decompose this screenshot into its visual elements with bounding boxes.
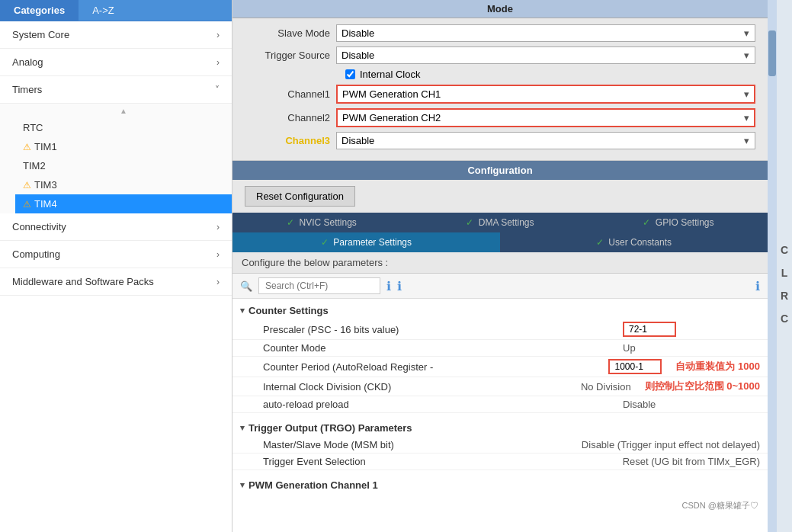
param-row-msm: Master/Slave Mode (MSM bit) Disable (Tri… [232, 437, 768, 453]
sidebar-item-timers[interactable]: Timers ˅ [0, 76, 232, 104]
watermark: CSDN @糖果罐子♡ [232, 497, 768, 514]
check-icon-nvic: ✓ [287, 217, 294, 228]
warning-icon-tim4: ⚠ [23, 199, 31, 210]
chevron-right-icon: › [216, 222, 220, 232]
mode-section: Slave Mode Disable Trigger Source Disabl… [232, 18, 768, 161]
tab-gpio-settings[interactable]: ✓ GPIO Settings [589, 213, 768, 232]
pwm-ch1-group: ▾ PWM Generation Channel 1 [232, 473, 768, 497]
channel3-label: Channel3 [245, 135, 336, 146]
sidebar-item-tim1[interactable]: ⚠ TIM1 [15, 137, 232, 156]
scrollbar[interactable] [768, 0, 777, 532]
chevron-down-icon: ▾ [240, 423, 245, 433]
trigger-source-select[interactable]: Disable [336, 46, 755, 64]
param-ckd-value: No Division 则控制占空比范围 0~1000 [581, 380, 760, 393]
check-icon-user: ✓ [596, 237, 604, 248]
sidebar-item-analog[interactable]: Analog › [0, 49, 232, 76]
info-icon-2: ℹ [397, 279, 402, 293]
param-row-counter-period: Counter Period (AutoReload Register - 自动… [232, 357, 768, 377]
sidebar-rtc-label: RTC [23, 122, 43, 133]
sidebar-item-rtc[interactable]: RTC [15, 118, 232, 137]
trigger-source-select-wrapper: Disable [336, 46, 755, 64]
trgo-header[interactable]: ▾ Trigger Output (TRGO) Parameters [232, 419, 768, 437]
channel2-select[interactable]: PWM Generation CH2 [336, 108, 755, 127]
channel1-row: Channel1 PWM Generation CH1 [245, 85, 755, 104]
scroll-up-arrow[interactable]: ▲ [15, 104, 232, 118]
tab-dma-settings[interactable]: ✓ DMA Settings [411, 213, 589, 232]
internal-clock-label: Internal Clock [360, 69, 420, 80]
chevron-right-icon: › [216, 30, 220, 40]
chevron-down-icon: ▾ [240, 306, 245, 316]
timers-submenu: ▲ RTC ⚠ TIM1 TIM2 ⚠ TIM3 ⚠ TIM4 [0, 104, 232, 213]
param-counter-period-name: Counter Period (AutoReload Register - [263, 361, 608, 373]
tab-parameter-settings[interactable]: ✓ Parameter Settings [232, 232, 500, 252]
sidebar-item-connectivity[interactable]: Connectivity › [0, 213, 232, 241]
sidebar-item-tim4[interactable]: ⚠ TIM4 [15, 194, 232, 213]
param-tes-value: Reset (UG bit from TIMx_EGR) [623, 456, 760, 467]
channel2-label: Channel2 [245, 112, 336, 123]
channel3-select[interactable]: Disable [336, 132, 755, 149]
sidebar-category-label: Computing [12, 248, 60, 260]
internal-clock-checkbox[interactable] [345, 69, 355, 79]
counter-period-input[interactable] [608, 359, 662, 374]
config-header: Configuration [232, 161, 768, 180]
sidebar-item-middleware[interactable]: Middleware and Software Packs › [0, 268, 232, 296]
prescaler-input[interactable] [623, 322, 676, 337]
config-tabs-row2: ✓ Parameter Settings ✓ User Constants [232, 232, 768, 252]
right-label-l: L [781, 267, 788, 279]
reset-btn-row: Reset Configuration [232, 180, 768, 213]
counter-period-annotation: 自动重装值为 1000 [675, 360, 760, 373]
slave-mode-select[interactable]: Disable [336, 24, 755, 42]
sidebar-item-tim3[interactable]: ⚠ TIM3 [15, 175, 232, 194]
right-label-r: R [781, 290, 788, 302]
sidebar-category-label: System Core [12, 29, 69, 40]
slave-mode-label: Slave Mode [245, 27, 336, 39]
check-icon-param: ✓ [321, 237, 329, 248]
sidebar-category-label: Middleware and Software Packs [12, 276, 154, 287]
search-input[interactable] [258, 277, 380, 294]
chevron-right-icon: › [216, 57, 220, 68]
channel1-select[interactable]: PWM Generation CH1 [336, 85, 755, 104]
right-label-c2: C [781, 312, 788, 325]
tab-nvic-settings[interactable]: ✓ NVIC Settings [232, 213, 411, 232]
param-row-ckd: Internal Clock Division (CKD) No Divisio… [232, 377, 768, 396]
channel2-row: Channel2 PWM Generation CH2 [245, 108, 755, 127]
params-section: Configure the below parameters : 🔍 ℹ ℹ ℹ… [232, 252, 768, 532]
sidebar: Categories A->Z System Core › Analog › T… [0, 0, 232, 532]
channel3-row: Channel3 Disable [245, 132, 755, 149]
param-row-tes: Trigger Event Selection Reset (UG bit fr… [232, 453, 768, 470]
counter-settings-header[interactable]: ▾ Counter Settings [232, 302, 768, 319]
right-label-c: C [781, 244, 788, 256]
param-tes-name: Trigger Event Selection [263, 456, 623, 467]
param-prescaler-name: Prescaler (PSC - 16 bits value) [263, 324, 623, 335]
tab-nvic-label: NVIC Settings [299, 217, 356, 228]
param-autoreload-value: Disable [623, 399, 760, 410]
tab-categories[interactable]: Categories [0, 0, 79, 21]
tab-gpio-label: GPIO Settings [656, 217, 714, 228]
scrollbar-thumb[interactable] [768, 30, 776, 76]
right-labels: C L R C [777, 0, 792, 532]
slave-mode-row: Slave Mode Disable [245, 24, 755, 42]
chevron-right-icon: › [216, 277, 220, 287]
sidebar-category-label: Analog [12, 56, 43, 68]
sidebar-tab-bar: Categories A->Z [0, 0, 232, 21]
sidebar-item-tim2[interactable]: TIM2 [15, 156, 232, 175]
sidebar-tim2-label: TIM2 [23, 160, 46, 171]
tab-param-label: Parameter Settings [333, 237, 412, 248]
tab-a-to-z[interactable]: A->Z [79, 0, 128, 21]
counter-settings-group: ▾ Counter Settings Prescaler (PSC - 16 b… [232, 299, 768, 416]
sidebar-item-computing[interactable]: Computing › [0, 241, 232, 268]
config-tabs-row1: ✓ NVIC Settings ✓ DMA Settings ✓ GPIO Se… [232, 213, 768, 232]
param-row-counter-mode: Counter Mode Up [232, 340, 768, 357]
reset-config-button[interactable]: Reset Configuration [245, 186, 355, 207]
counter-settings-label: Counter Settings [249, 305, 329, 316]
warning-icon-tim3: ⚠ [23, 180, 31, 191]
check-icon-gpio: ✓ [643, 217, 650, 228]
sidebar-tim1-label: TIM1 [34, 141, 57, 152]
pwm-ch1-header[interactable]: ▾ PWM Generation Channel 1 [232, 476, 768, 494]
param-counter-mode-name: Counter Mode [263, 342, 623, 354]
tab-user-label: User Constants [608, 237, 672, 248]
channel3-select-wrapper: Disable [336, 132, 755, 149]
sidebar-item-system-core[interactable]: System Core › [0, 21, 232, 49]
tab-user-constants[interactable]: ✓ User Constants [500, 232, 768, 252]
param-row-prescaler: Prescaler (PSC - 16 bits value) [232, 319, 768, 340]
